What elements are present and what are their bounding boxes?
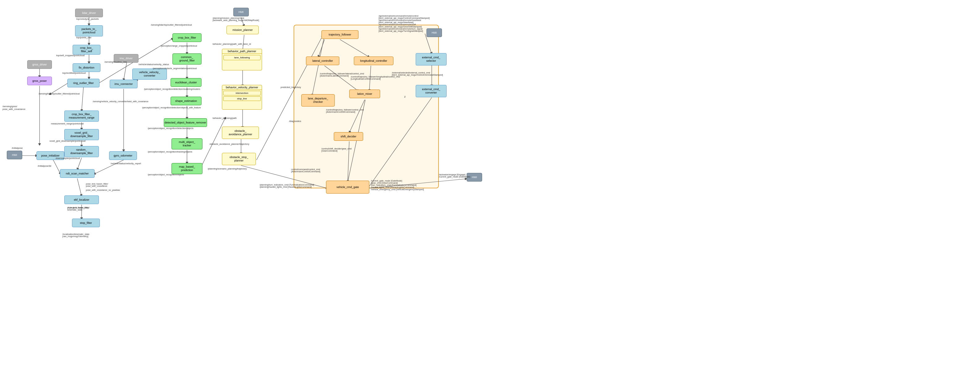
node-shift-decider: shift_decider — [334, 132, 363, 141]
label-kinematic-state: /localization/kinematic_state [nav_msgs/… — [62, 233, 106, 237]
label-self-cropped: top/self_cropped/pointcloud — [56, 54, 85, 57]
label-velocity-report: /vehicle/status/velocity_report — [111, 162, 141, 165]
node-gnss-poser: gnss_poser — [27, 76, 52, 85]
label-diagnostics: /diagnostics — [289, 120, 301, 122]
node-voxel-grid-ds: voxel_grid_downsample_filter — [64, 129, 99, 140]
node-detected-obj-feature-remover: detected_object_feature_remover — [164, 118, 207, 127]
node-lane-departure-checker: lane_departure_checker — [301, 94, 335, 106]
label-initialpose: /initialpose — [12, 147, 22, 149]
label-mission-route: /planning/mission_planning/route [autowa… — [213, 17, 265, 21]
label-velocity-status: /vehicle/status/velocity_status — [138, 63, 169, 66]
label-gnss-pose: /sensing/gnss/pose_with_covariance — [2, 105, 33, 111]
label-pose-test-kinematic: pose_test_fusion_filter/kinematic_state — [67, 206, 103, 211]
node-common-ground-filter: common_ground_filter — [172, 53, 202, 65]
node-stop-filter: stop_filter — [72, 219, 100, 227]
label-pose-no-yawbias: pose_with_covariance_no_yawbias — [86, 189, 121, 191]
node-intersection: intersection — [223, 91, 261, 95]
node-crop-box-filter-mr: crop_box_filter_measurement_range — [64, 111, 99, 122]
node-gyro-odometer: gyro_odometer — [109, 151, 137, 160]
diagram-container: lidar_driver packets_to_pointcloud crop_… — [0, 0, 980, 381]
node-lateral-controller: lateral_controller — [306, 57, 339, 65]
label-twist-with-cov: /sensing/vehicle_velocity_converter/twis… — [93, 100, 130, 103]
label-measurement-range: measurement_range/pointcloud — [51, 122, 85, 125]
node-external-cmd-selector: external_cmd_selector — [416, 53, 447, 65]
node-longitudinal-controller: longitudinal_controller — [354, 57, 393, 65]
label-control-cmd: control/command/control_cmd [AckermannCo… — [291, 168, 328, 173]
node-obstacle-stop-planner: obstacle_stop_planner — [222, 153, 256, 165]
node-hmi-left: HMI — [7, 151, 22, 159]
label-objects-with-feature: /perception/object_recognition/detection… — [142, 106, 190, 109]
label-imu-raw: /sensing/imu/imu_raw — [105, 60, 127, 63]
svg-line-9 — [77, 178, 81, 196]
label-pose-test-fusion-1: pose_test_fusion_filter/pose_with_covari… — [86, 183, 121, 187]
label-outlier-filtered-2: /sensing/lidar/top/outlier_filtered/poin… — [151, 24, 191, 26]
node-obstacle-avoidance-planner: obstacle_avoidance_planner — [222, 127, 259, 139]
label-external-control-cmd: /external/selected/external_control_cmd … — [392, 71, 444, 76]
trajectory-follower-region — [294, 25, 439, 188]
node-packets-to-pointcloud: packets_to_pointcloud — [75, 25, 103, 37]
label-turn-indicators: /planning/turn_indicators_cmd [TurnIndic… — [259, 184, 317, 188]
node-behavior-path-planner-label: behavior_path_planner — [222, 49, 262, 54]
label-downsample: downsample/pointcloud — [56, 157, 80, 160]
node-crop-box-filter-self: crop_box_filter_self — [73, 45, 100, 55]
node-stop-line: stop_line — [223, 96, 261, 101]
node-trajectory-follower: trajectory_follower — [321, 30, 358, 39]
node-behavior-velocity-planner-label: behavior_velocity_planner — [222, 85, 262, 90]
label-scenario-trajectory: /planning/scenario_planning/trajectory — [208, 167, 247, 170]
node-lane-following: lane_following — [223, 55, 261, 60]
label-obstacle-seg: /perception/obstacle_segmentation/pointc… — [153, 67, 193, 70]
label-behavior-path: behavior_planning/path — [213, 117, 237, 119]
node-ndt-scan-matcher: ndt_scan_matcher — [60, 169, 95, 178]
label-range-cropped: /perception/range_cropped/pointcloud — [161, 45, 198, 47]
label-voxel-grid: voxel_grid_downsample/pointcloud — [49, 140, 85, 142]
label-z: z — [404, 95, 406, 98]
node-map-based-prediction: map_based_prediction — [172, 163, 202, 174]
label-predicted-trajectory: predicted_trajectory — [281, 86, 301, 89]
label-autoware-engage: /autoware/engage [Engage]/current_gate_m… — [439, 173, 479, 178]
label-clustering: /perception/object_recognition/detection… — [144, 88, 189, 90]
node-behavior-path-planner-container: behavior_path_planner lane_following — [222, 49, 262, 70]
svg-line-4 — [81, 87, 83, 111]
node-mission-planner: mission_planner — [226, 25, 259, 34]
label-gate-outputs: /current_gate_mode [GateMode]/gear_cmd [… — [371, 180, 426, 190]
label-initialpose3d: /initialpose3d — [38, 165, 51, 167]
svg-line-15 — [124, 63, 127, 80]
node-external-cmd-converter: external_cmd_converter — [416, 85, 447, 97]
node-hmi-mission: HMI — [233, 8, 249, 16]
label-outlier-filtered-1: /sensing/lidar/top/outlier_filtered/poin… — [39, 93, 74, 95]
node-ring-outlier-filter: ring_outlier_filter — [67, 79, 100, 87]
label-velodyne-packets: top/velodyne_packets — [76, 17, 99, 21]
label-external-api: /api/external/set/command/remote/control… — [379, 15, 447, 32]
node-lation-mixer: lation_mixer — [349, 89, 380, 98]
label-points-raw: top/points_raw — [76, 36, 91, 39]
edges-svg — [0, 0, 980, 381]
label-rectified: top/rectified/pointcloud — [62, 71, 86, 75]
node-vehicle-cmd-gate: vehicle_cmd_gate — [326, 181, 369, 194]
label-avoidance-trajectory: obstacle_avoidance_planner/trajectory — [210, 143, 249, 145]
node-ekf-localizer: ekf_localizer — [64, 195, 99, 204]
node-shape-estimation: shape_estimation — [170, 97, 202, 105]
node-imu-connector: imu_connector — [110, 79, 138, 88]
node-crop-box-filter-obj: crop_box_filter — [172, 33, 202, 42]
label-ackermann-cmd: /control/trajectory_follower/control_cmd… — [326, 109, 366, 113]
label-path-with-lane-id: behavior_planning/path_with_lane_id — [213, 43, 251, 45]
node-vehicle-velocity-converter: vehicle_velocity_converter — [132, 68, 167, 79]
node-gnss-driver: gnss_driver — [27, 60, 52, 69]
node-random-ds-filter: random_downsample_filter — [64, 146, 99, 157]
label-longitudinal-cmd: /control/trajectory_follower/longitudina… — [351, 76, 393, 80]
node-multi-object-tracker: multi_object_tracker — [172, 138, 202, 149]
label-detection-objects: /perception/object_recognition/detection… — [148, 127, 191, 129]
label-recognition-objects: /perception/object_recognition/objects — [148, 173, 191, 176]
label-gear-cmd: /control/shift_decider/gear_cmd [GearCom… — [321, 148, 358, 152]
node-fix-distortion: fix_distortion — [73, 63, 100, 72]
node-euclidean-cluster: euclidean_cluster — [170, 78, 202, 87]
label-tracking-objects: /perception/object_recognition/tracking/… — [148, 151, 191, 153]
node-lidar-driver: lidar_driver — [75, 9, 103, 17]
node-behavior-velocity-planner-container: behavior_velocity_planner intersection s… — [222, 85, 262, 110]
